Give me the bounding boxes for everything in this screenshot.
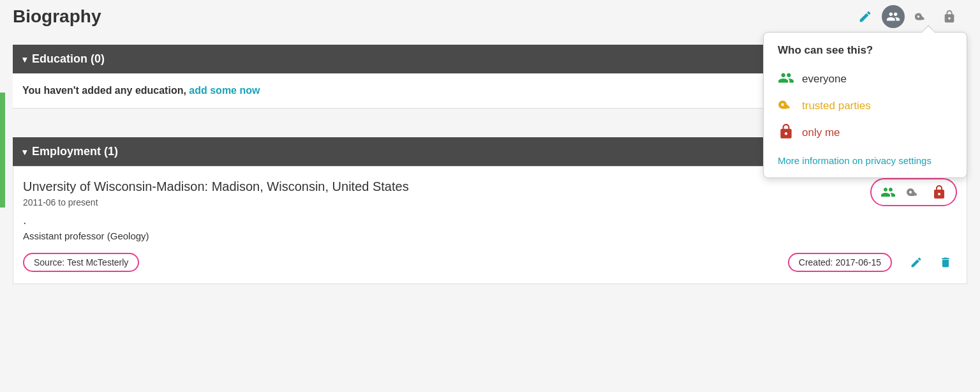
education-empty-text: You haven't added any education,	[22, 85, 189, 96]
more-info-link[interactable]: More information on privacy settings	[778, 155, 953, 166]
created-badge: Created: 2017-06-15	[788, 253, 892, 272]
dropdown-title: Who can see this?	[778, 44, 953, 57]
employment-dates: 2011-06 to present	[23, 197, 957, 207]
footer-actions	[905, 251, 957, 274]
employment-footer: Source: Test McTesterly Created: 2017-06…	[23, 251, 957, 274]
entry-trusted-button[interactable]	[903, 182, 924, 202]
edit-button[interactable]	[854, 5, 877, 28]
everyone-privacy-button[interactable]	[882, 5, 905, 28]
biography-title: Biography	[13, 0, 967, 36]
entry-pencil-icon	[910, 256, 923, 269]
trusted-label: trusted parties	[802, 100, 871, 112]
top-privacy-row	[854, 5, 961, 28]
pencil-icon	[858, 10, 872, 24]
people-icon-top	[886, 10, 900, 24]
employment-dot: .	[23, 213, 957, 227]
entry-privacy-icons	[870, 178, 957, 206]
biography-section: Biography	[13, 0, 967, 36]
entry-edit-button[interactable]	[905, 251, 928, 274]
onlyme-privacy-button-top[interactable]	[938, 5, 961, 28]
entry-everyone-button[interactable]	[878, 182, 898, 202]
page-wrapper: Biography Who can see th	[0, 0, 980, 392]
people-icon-everyone	[778, 70, 794, 89]
left-accent-bar	[0, 93, 5, 207]
privacy-option-trusted[interactable]: trusted parties	[778, 93, 953, 119]
lock-icon-onlyme	[778, 123, 794, 142]
add-education-link[interactable]: add some now	[189, 85, 260, 96]
everyone-label: everyone	[802, 73, 847, 86]
employment-title: Unversity of Wisconsin-Madison: Madison,…	[23, 179, 957, 194]
employment-role: Assistant professor (Geology)	[23, 230, 957, 241]
privacy-option-everyone[interactable]: everyone	[778, 66, 953, 93]
key-icon-top	[914, 10, 928, 24]
entry-onlyme-button[interactable]	[929, 182, 949, 202]
education-arrow: ▾	[22, 54, 27, 64]
privacy-option-onlyme[interactable]: only me	[778, 119, 953, 146]
education-header-label: Education (0)	[32, 52, 105, 66]
employment-entry: Unversity of Wisconsin-Madison: Madison,…	[13, 166, 967, 284]
entry-delete-button[interactable]	[934, 251, 957, 274]
source-badge: Source: Test McTesterly	[23, 253, 139, 272]
employment-arrow: ▾	[22, 147, 27, 157]
onlyme-label: only me	[802, 126, 840, 139]
trash-icon	[939, 256, 952, 269]
key-icon-trusted	[778, 96, 794, 116]
employment-header-label: Employment (1)	[32, 145, 118, 158]
lock-icon-top	[942, 10, 956, 24]
privacy-dropdown: Who can see this? everyone trusted parti…	[763, 32, 967, 178]
